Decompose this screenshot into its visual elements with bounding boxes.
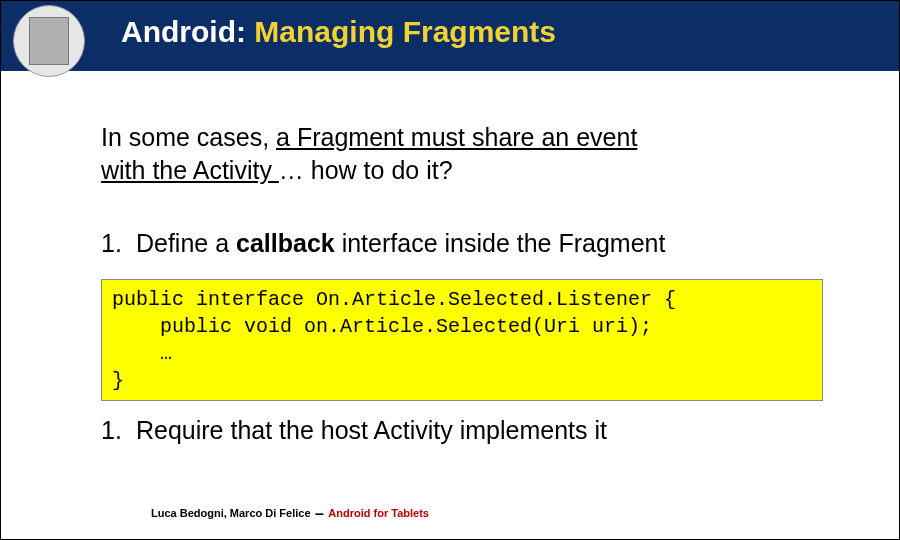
bullet-point-1: 1. Define a callback interface inside th… — [101, 229, 841, 258]
intro-plain-2: … how to do it? — [279, 156, 453, 184]
seal-inner-icon — [29, 17, 69, 65]
title-text-2: Managing Fragments — [254, 15, 556, 48]
code-line-4: } — [112, 369, 124, 392]
university-seal-logo — [13, 5, 85, 77]
bullet-pre-1: Define a — [129, 229, 236, 257]
intro-underline-1: a Fragment must share an event — [276, 123, 637, 151]
code-line-3: … — [112, 342, 172, 365]
footer-course: Android for Tablets — [328, 507, 429, 519]
code-line-1: public interface On.Article.Selected.Lis… — [112, 288, 676, 311]
title-text-1: Android: — [121, 15, 254, 48]
code-block: public interface On.Article.Selected.Lis… — [101, 279, 823, 401]
bullet-number-2: 1. — [101, 416, 129, 445]
bullet-text-2: Require that the host Activity implement… — [129, 416, 607, 444]
intro-underline-2: with the Activity — [101, 156, 279, 184]
bullet-point-2: 1. Require that the host Activity implem… — [101, 416, 841, 445]
intro-text: In some cases, a Fragment must share an … — [101, 121, 821, 186]
footer-authors: Luca Bedogni, Marco Di Felice — [151, 507, 311, 519]
footer: Luca Bedogni, Marco Di Felice – Android … — [151, 505, 429, 523]
code-line-2: public void on.Article.Selected(Uri uri)… — [112, 315, 652, 338]
bullet-bold-1: callback — [236, 229, 335, 257]
intro-plain-1: In some cases, — [101, 123, 276, 151]
bullet-number-1: 1. — [101, 229, 129, 258]
footer-dash: – — [311, 505, 329, 522]
bullet-post-1: interface inside the Fragment — [335, 229, 666, 257]
slide-title: Android: Managing Fragments — [121, 15, 556, 49]
slide: Android: Managing Fragments In some case… — [0, 0, 900, 540]
